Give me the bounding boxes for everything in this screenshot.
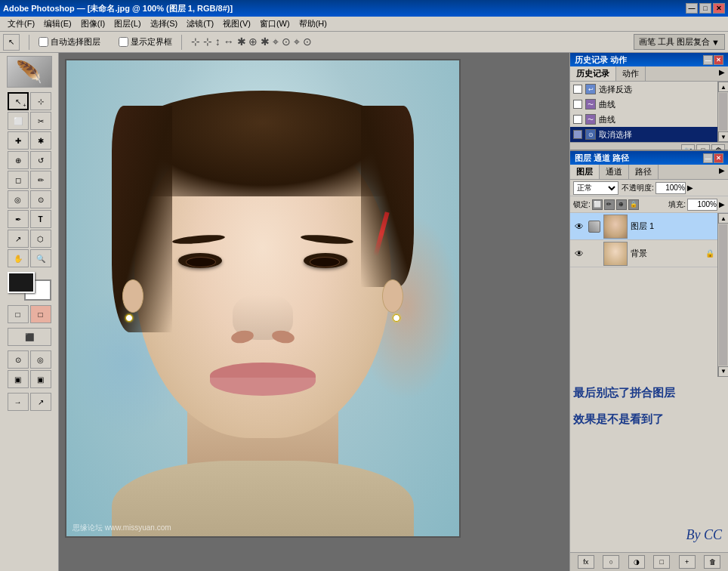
tool-marquee[interactable]: ⬜ (8, 112, 29, 130)
fill-input[interactable] (687, 199, 717, 211)
tool-shape[interactable]: ⬡ (30, 230, 51, 248)
menu-image[interactable]: 图像(I) (76, 17, 110, 31)
opacity-arrow[interactable]: ▶ (687, 184, 693, 192)
show-bounds-checkbox[interactable]: 显示定界框 (119, 36, 172, 48)
color-selector[interactable] (8, 272, 51, 301)
layer-delete-btn[interactable]: 🗑 (704, 555, 720, 569)
foreground-color[interactable] (8, 272, 35, 293)
menu-help[interactable]: 帮助(H) (295, 17, 332, 31)
menu-select[interactable]: 选择(S) (146, 17, 183, 31)
blend-mode-select[interactable]: 正常 (573, 181, 618, 195)
tool-path-select[interactable]: ↗ (8, 230, 29, 248)
panel-tabs-button[interactable]: 画笔 工具 图层复合 ▼ (634, 34, 725, 50)
layer-1-visibility[interactable]: 👁 (573, 221, 585, 233)
layer-group-btn[interactable]: □ (653, 555, 670, 569)
opacity-input[interactable] (656, 182, 686, 194)
menu-view[interactable]: 视图(V) (218, 17, 255, 31)
history-menu-arrow[interactable]: ▶ (716, 66, 728, 81)
history-close-btn[interactable]: ✕ (714, 55, 723, 65)
tool-text[interactable]: T (30, 210, 51, 228)
title-bar: Adobe Photoshop — [未命名.jpg @ 100% (图层 1,… (0, 0, 728, 17)
history-scroll-thumb[interactable] (719, 93, 727, 131)
layer-item-bg[interactable]: 👁 背景 🔒 (570, 240, 717, 267)
history-new-doc-btn[interactable]: □ (696, 144, 710, 151)
layers-tab-layers[interactable]: 图层 (570, 165, 600, 179)
lock-transparent-icon[interactable]: ⬜ (592, 199, 603, 210)
layer-fx-btn[interactable]: fx (578, 555, 594, 569)
transform-icons: ⊹ ⊹ ↕ ↔ ✱ ⊕ ✱ ⌖ ⊙ ⌖ ⊙ (191, 35, 312, 48)
lock-position-icon[interactable]: ⊕ (616, 199, 627, 210)
portrait-pupil-left (186, 257, 216, 267)
quick-mask-mode[interactable]: □ (30, 305, 51, 323)
layers-minimize-btn[interactable]: — (703, 153, 713, 163)
tool-history-brush[interactable]: ↺ (30, 151, 51, 169)
layer-new-btn[interactable]: + (679, 555, 696, 569)
lock-pixels-icon[interactable]: ✏ (604, 199, 615, 210)
layers-scroll-up[interactable]: ▲ (718, 213, 728, 224)
tool-zoom[interactable]: 🔍 (30, 249, 51, 267)
history-item-1[interactable]: ↩ 选择反选 (570, 82, 717, 97)
tool-pen[interactable]: ✒ (8, 210, 29, 228)
fill-arrow[interactable]: ▶ (719, 200, 725, 208)
tool-patch[interactable]: ✱ (30, 131, 51, 150)
auto-select-checkbox[interactable]: 自动选择图层 (39, 36, 100, 48)
layer-bg-visibility[interactable]: 👁 (573, 248, 585, 260)
layers-list: 👁 图层 1 👁 (570, 213, 717, 377)
layers-tab-channels[interactable]: 通道 (600, 165, 629, 179)
tool-extra3[interactable]: ▣ (8, 370, 29, 388)
layers-panel: 图层 通道 路径 — ✕ 图层 通道 路径 ▶ 正常 不透明度: (570, 151, 728, 571)
tool-extra2[interactable]: ◎ (30, 350, 51, 369)
history-scrollbar[interactable]: ▲ ▼ (717, 82, 728, 142)
tool-extra5[interactable]: → (8, 393, 29, 411)
history-scroll-up[interactable]: ▲ (718, 82, 728, 92)
layers-scrollbar[interactable]: ▲ ▼ (717, 213, 728, 377)
menu-filter[interactable]: 滤镜(T) (182, 17, 218, 31)
layers-close-btn[interactable]: ✕ (714, 153, 723, 163)
history-item-3[interactable]: 〜 曲线 (570, 112, 717, 127)
tool-extra4[interactable]: ▣ (30, 370, 51, 388)
maximize-button[interactable]: □ (699, 3, 711, 14)
portrait-pupil-right (310, 257, 340, 267)
lock-all-icon[interactable]: 🔒 (628, 199, 639, 210)
tool-crop[interactable]: ✂ (30, 112, 51, 130)
close-button[interactable]: ✕ (713, 3, 725, 14)
auto-select-input[interactable] (39, 37, 48, 47)
history-item-4[interactable]: ⊙ 取消选择 (570, 127, 717, 142)
history-tab-actions[interactable]: 动作 (616, 66, 646, 81)
tool-extra1[interactable]: ⊙ (8, 350, 29, 369)
history-tab-history[interactable]: 历史记录 (570, 66, 616, 81)
tool-eraser[interactable]: ◻ (8, 171, 29, 189)
history-new-snapshot-btn[interactable]: 📷 (681, 144, 695, 151)
canvas-content[interactable]: 思缘论坛 www.missyuan.com (66, 60, 459, 536)
history-delete-btn[interactable]: 🗑 (711, 144, 725, 151)
layer-1-mask[interactable] (588, 221, 600, 233)
layers-menu-arrow[interactable]: ▶ (716, 165, 728, 179)
tool-healing[interactable]: ✚ (8, 131, 29, 150)
menu-layer[interactable]: 图层(L) (110, 17, 145, 31)
layer-item-1[interactable]: 👁 图层 1 (570, 213, 717, 240)
tool-clone[interactable]: ⊕ (8, 151, 29, 169)
layer-adj-btn[interactable]: ◑ (628, 555, 645, 569)
tool-hand[interactable]: ✋ (8, 249, 29, 267)
layers-tab-paths[interactable]: 路径 (629, 165, 659, 179)
show-bounds-input[interactable] (119, 37, 128, 47)
tool-lasso[interactable]: ⊹ (30, 92, 51, 110)
move-tool-icon[interactable]: ↖ (3, 34, 20, 51)
standard-mode[interactable]: □ (8, 305, 29, 323)
history-scroll-down[interactable]: ▼ (718, 131, 728, 142)
layers-scroll-thumb[interactable] (719, 224, 727, 366)
menu-edit[interactable]: 编辑(E) (39, 17, 76, 31)
screen-mode[interactable]: ⬛ (8, 328, 51, 346)
menu-file[interactable]: 文件(F) (3, 17, 39, 31)
tool-move[interactable]: ↖+ (8, 92, 29, 110)
tool-extra6[interactable]: ↗ (30, 393, 51, 411)
history-minimize-btn[interactable]: — (703, 55, 713, 65)
history-item-2[interactable]: 〜 曲线 (570, 97, 717, 112)
layers-scroll-down[interactable]: ▼ (718, 366, 728, 377)
tool-pencil[interactable]: ✏ (30, 171, 51, 189)
minimize-button[interactable]: — (686, 3, 698, 14)
layer-mask-btn[interactable]: ○ (603, 555, 619, 569)
tool-blur[interactable]: ◎ (8, 190, 29, 208)
tool-dodge[interactable]: ⊙ (30, 190, 51, 208)
menu-window[interactable]: 窗口(W) (255, 17, 295, 31)
